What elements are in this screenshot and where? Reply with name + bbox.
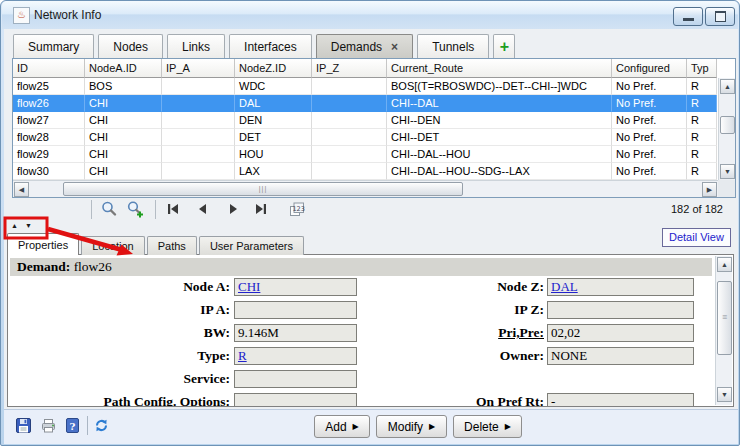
delete-button[interactable]: Delete▶	[453, 415, 522, 438]
column-header-nodea-id[interactable]: NodeA.ID	[85, 59, 162, 78]
column-header-id[interactable]: ID	[13, 59, 85, 78]
previous-record-icon[interactable]	[194, 200, 212, 218]
last-record-icon[interactable]	[252, 200, 270, 218]
splitter-collapse-control[interactable]: ▲▼	[11, 222, 39, 229]
table-cell[interactable]: R	[687, 95, 717, 112]
table-cell[interactable]: BOS[(T=RBOSWDC)--DET--CHI--]WDC	[387, 78, 612, 95]
table-cell[interactable]: DEN	[235, 112, 312, 129]
table-cell[interactable]: CHI	[85, 146, 162, 163]
vertical-scroll-thumb[interactable]	[720, 116, 735, 134]
table-cell[interactable]	[312, 129, 387, 146]
table-row[interactable]: flow25BOSWDCBOS[(T=RBOSWDC)--DET--CHI--]…	[13, 78, 718, 95]
goto-record-number-icon[interactable]: 123	[288, 200, 306, 218]
table-cell[interactable]: No Pref.	[612, 112, 687, 129]
table-cell[interactable]: LAX	[235, 163, 312, 180]
table-cell[interactable]: flow27	[13, 112, 85, 129]
field-value[interactable]: CHI	[238, 279, 260, 294]
table-cell[interactable]: CHI--DEN	[387, 112, 612, 129]
table-horizontal-scrollbar[interactable]: ◀ ||| ▶	[13, 180, 718, 197]
subtab-paths[interactable]: Paths	[147, 236, 197, 255]
table-row[interactable]: flow28CHIDETCHI--DETNo Pref.R	[13, 129, 718, 146]
table-row[interactable]: flow30CHILAXCHI--DAL--HOU--SDG--LAXNo Pr…	[13, 163, 718, 180]
column-header-ip-z[interactable]: IP_Z	[312, 59, 387, 78]
zoom-search-icon[interactable]	[100, 200, 118, 218]
table-cell[interactable]	[162, 78, 235, 95]
modify-button[interactable]: Modify▶	[376, 415, 447, 438]
table-cell[interactable]: flow28	[13, 129, 85, 146]
table-cell[interactable]	[312, 95, 387, 112]
table-cell[interactable]	[162, 112, 235, 129]
field-pri-pre[interactable]: 02,02	[547, 324, 694, 342]
table-cell[interactable]: flow26	[13, 95, 85, 112]
horizontal-scroll-thumb[interactable]: |||	[63, 182, 463, 196]
table-cell[interactable]: R	[687, 163, 717, 180]
scroll-down-button[interactable]: ▼	[720, 164, 735, 179]
panel-scroll-thumb[interactable]: ≡	[717, 281, 732, 355]
table-cell[interactable]: flow29	[13, 146, 85, 163]
table-cell[interactable]: No Pref.	[612, 129, 687, 146]
tab-interfaces[interactable]: Interfaces	[229, 34, 312, 58]
table-cell[interactable]: WDC	[235, 78, 312, 95]
tab-nodes[interactable]: Nodes	[98, 34, 163, 58]
table-cell[interactable]: No Pref.	[612, 163, 687, 180]
save-icon[interactable]	[15, 417, 32, 434]
table-cell[interactable]: R	[687, 78, 717, 95]
field-label-pri-pre[interactable]: Pri,Pre:	[338, 325, 544, 341]
table-cell[interactable]: flow30	[13, 163, 85, 180]
table-cell[interactable]	[162, 146, 235, 163]
table-cell[interactable]: DAL	[235, 95, 312, 112]
refresh-icon[interactable]	[93, 417, 110, 434]
scroll-up-button[interactable]: ▲	[720, 79, 735, 94]
subtab-location[interactable]: Location	[81, 236, 145, 255]
minimize-button[interactable]	[673, 7, 703, 26]
tab-tunnels[interactable]: Tunnels	[417, 34, 489, 58]
table-cell[interactable]: R	[687, 129, 717, 146]
add-button[interactable]: Add▶	[314, 415, 370, 438]
field-ip-z[interactable]	[547, 301, 694, 319]
table-cell[interactable]	[312, 78, 387, 95]
tab-links[interactable]: Links	[167, 34, 225, 58]
table-cell[interactable]: R	[687, 112, 717, 129]
next-record-icon[interactable]	[224, 200, 242, 218]
table-cell[interactable]: CHI--DAL	[387, 95, 612, 112]
tab-demands[interactable]: Demands×	[316, 34, 413, 58]
field-value[interactable]: DAL	[551, 279, 578, 294]
table-cell[interactable]: No Pref.	[612, 146, 687, 163]
close-tab-icon[interactable]: ×	[391, 42, 398, 52]
table-cell[interactable]: DET	[235, 129, 312, 146]
subtab-properties[interactable]: Properties	[7, 233, 79, 255]
field-node-z[interactable]: DAL	[547, 278, 694, 296]
field-value[interactable]: R	[238, 348, 247, 363]
table-cell[interactable]: CHI	[85, 112, 162, 129]
detail-view-button[interactable]: Detail View	[662, 228, 731, 247]
table-row[interactable]: flow27CHIDENCHI--DENNo Pref.R	[13, 112, 718, 129]
table-cell[interactable]: flow25	[13, 78, 85, 95]
help-icon[interactable]: ?	[64, 417, 81, 434]
scroll-right-button[interactable]: ▶	[702, 182, 717, 197]
panel-scroll-up-button[interactable]: ▲	[717, 257, 732, 272]
table-vertical-scrollbar[interactable]: ▲ ▼	[718, 78, 735, 180]
table-row[interactable]: flow26CHIDALCHI--DALNo Pref.R	[13, 95, 718, 112]
table-cell[interactable]: CHI--DAL--HOU--SDG--LAX	[387, 163, 612, 180]
table-cell[interactable]	[162, 163, 235, 180]
table-cell[interactable]: R	[687, 146, 717, 163]
field-owner[interactable]: NONE	[547, 347, 694, 365]
table-cell[interactable]: CHI	[85, 95, 162, 112]
add-tab-button[interactable]: +	[493, 34, 515, 58]
field-label-on-pref-rt[interactable]: On Pref Rt:	[338, 394, 544, 407]
tab-summary[interactable]: Summary	[13, 34, 94, 58]
column-header-ip-a[interactable]: IP_A	[162, 59, 235, 78]
panel-scroll-down-button[interactable]: ▼	[717, 387, 732, 402]
field-on-pref-rt[interactable]: -	[547, 393, 694, 407]
zoom-add-icon[interactable]	[126, 200, 144, 218]
table-cell[interactable]	[312, 112, 387, 129]
maximize-button[interactable]	[705, 7, 735, 26]
column-header-configured[interactable]: Configured	[612, 59, 687, 78]
field-service[interactable]	[234, 370, 357, 388]
subtab-user-parameters[interactable]: User Parameters	[199, 236, 304, 255]
column-header-typ[interactable]: Typ	[687, 59, 717, 78]
table-cell[interactable]: BOS	[85, 78, 162, 95]
table-cell[interactable]	[162, 129, 235, 146]
table-cell[interactable]: HOU	[235, 146, 312, 163]
table-cell[interactable]: CHI--DAL--HOU	[387, 146, 612, 163]
